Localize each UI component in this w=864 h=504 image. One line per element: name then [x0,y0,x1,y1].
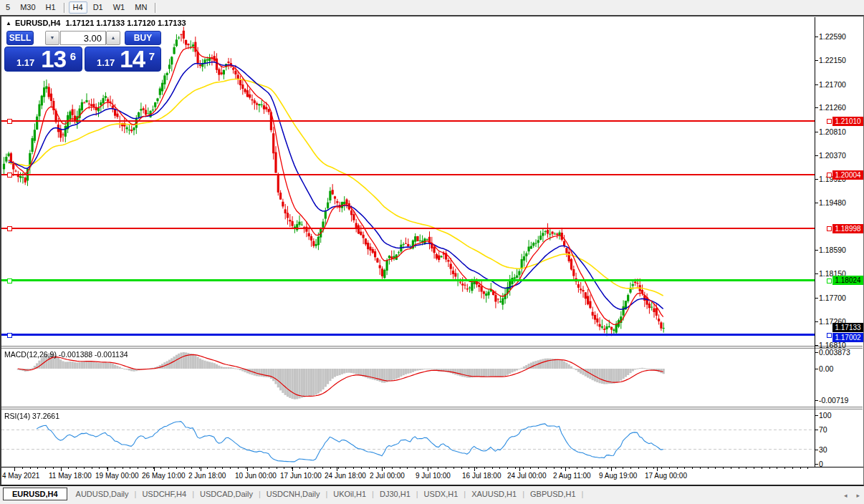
tab-usdcad-daily[interactable]: USDCAD,Daily [194,488,259,500]
chart-symbol: EURUSD,H4 [15,19,61,27]
tab-separator: | [582,488,584,500]
sell-button[interactable]: SELL [6,31,34,45]
tab-scroll-right-icon[interactable]: ▸ [856,492,860,499]
volume-decrease-button[interactable]: ▼ [45,31,59,45]
price-tick-mark [815,132,818,132]
horizontal-level-line-1.18998[interactable] [1,228,815,229]
price-tick-label: 1.18590 [819,246,846,254]
tab-scroll-left-icon[interactable]: ◂ [844,492,848,499]
horizontal-level-line-1.17002[interactable] [1,334,815,336]
line-anchor-marker[interactable] [7,278,12,284]
time-axis-label: 17 Aug 00:00 [645,472,687,480]
time-axis-label: 4 May 2021 [2,472,39,480]
pane-splitter-rsi[interactable] [1,407,863,410]
line-anchor-marker[interactable] [7,333,12,338]
macd-tick-label: 0.003873 [819,348,850,357]
macd-tick-mark [815,369,818,369]
line-axis-marker [827,333,832,338]
time-axis-label: 19 May 00:00 [95,472,139,480]
time-axis-label: 9 Jul 10:00 [416,472,451,480]
macd-label: MACD(12,26,9) -0.001388 -0.001134 [4,350,128,359]
sell-price-pips: 13 [41,46,66,73]
rsi-tick-mark [815,450,818,450]
chart-ohlc-quotes: 1.17121 1.17133 1.17120 1.17133 [66,19,186,27]
macd-tick-label: -0.00719 [819,396,848,404]
timeframe-button-H4[interactable]: H4 [69,1,87,14]
rsi-tick-label: 100 [819,411,832,420]
price-tick-mark [815,345,818,346]
price-tick-mark [815,107,818,108]
tab-eurusd-h4[interactable]: EURUSD,H4 [3,488,67,500]
tab-ukoil-h1[interactable]: UKOil,H1 [327,488,372,500]
price-tick-label: 1.22590 [819,32,846,41]
level-price-label-1.20004: 1.20004 [832,170,863,180]
horizontal-level-line-1.21010[interactable] [1,120,815,122]
macd-tick-mark [815,352,818,353]
price-tick-mark [815,84,818,85]
timeframe-button-5[interactable]: 5 [1,1,14,14]
price-tick-label: 1.20370 [819,151,846,160]
line-axis-marker [827,278,832,284]
timeframe-button-H1[interactable]: H1 [42,1,60,14]
time-axis-label: 24 Jun 18:00 [325,472,366,480]
tab-usdchf-h4[interactable]: USDCHF,H4 [136,488,192,500]
bid-price-label: 1.17133 [832,323,863,332]
tab-usdx-h1[interactable]: USDX,H1 [418,488,464,500]
tab-usdcnh-daily[interactable]: USDCNH,Daily [261,488,326,500]
timeframe-button-D1[interactable]: D1 [89,1,107,14]
chart-title: ▲EURUSD,H41.17121 1.17133 1.17120 1.1713… [6,19,186,27]
line-anchor-marker[interactable] [7,119,12,124]
level-price-label-1.18024: 1.18024 [832,276,863,285]
pane-splitter-macd[interactable] [1,346,863,349]
volume-input[interactable] [60,31,106,45]
price-tick-mark [815,155,818,156]
buy-button[interactable]: BUY [125,31,161,45]
buy-price-pips: 14 [120,46,145,73]
toolbar-separator [64,3,65,13]
sell-price-panel[interactable]: 1.17 13 6 [4,47,82,72]
tab-dj30-h1[interactable]: DJ30,H1 [374,488,416,500]
tab-gbpusd-h1[interactable]: GBPUSD,H1 [524,488,582,500]
line-anchor-marker[interactable] [7,173,12,178]
timeframe-button-M30[interactable]: M30 [16,1,39,14]
rsi-label: RSI(14) 37.2661 [4,412,59,420]
price-tick-mark [815,179,818,180]
sell-price-base: 1.17 [16,57,34,68]
tab-audusd-daily[interactable]: AUDUSD,Daily [70,488,135,500]
price-tick-label: 1.22150 [819,56,846,64]
rsi-tick-mark [815,430,818,430]
rsi-indicator-canvas[interactable] [1,410,815,467]
level-price-label-1.21010: 1.21010 [832,117,863,126]
timeframe-button-W1[interactable]: W1 [109,1,130,14]
mt4-terminal: 5M30H1H4D1W1MN ▲EURUSD,H41.17121 1.17133… [0,0,864,504]
collapse-triangle-icon[interactable]: ▲ [6,20,11,26]
time-axis-label: 11 May 18:00 [49,472,92,480]
spinner-up-icon: ▲ [111,35,116,40]
level-price-label-1.18998: 1.18998 [832,224,863,233]
price-tick-mark [815,273,818,274]
timeframe-button-MN[interactable]: MN [130,1,151,14]
level-price-label-1.17002: 1.17002 [832,333,863,342]
tab-xauusd-h1[interactable]: XAUUSD,H1 [466,488,522,500]
time-axis-label: 24 Jul 00:00 [507,472,547,480]
spinner-down-icon: ▼ [50,35,55,40]
time-axis-label: 2 Jul 00:00 [370,472,405,480]
time-axis-label: 2 Aug 11:00 [553,472,591,480]
price-tick-mark [815,298,818,299]
line-anchor-marker[interactable] [7,226,12,231]
timeframe-toolbar: 5M30H1H4D1W1MN [0,0,864,15]
horizontal-level-line-1.20004[interactable] [1,174,815,175]
price-tick-mark [815,321,818,322]
rsi-tick-label: 70 [819,425,827,434]
buy-price-panel[interactable]: 1.17 14 7 [85,47,161,72]
price-tick-mark [815,250,818,251]
horizontal-level-line-1.18024[interactable] [1,279,815,281]
volume-increase-button[interactable]: ▲ [106,31,120,45]
tab-scroll-arrows: ◂ ▸ [844,492,860,499]
price-tick-label: 1.21700 [819,80,846,89]
macd-tick-mark [815,400,818,401]
price-tick-mark [815,37,818,37]
rsi-tick-mark [815,464,818,465]
buy-price-point: 7 [149,50,155,62]
symbol-tabbar: EURUSD,H4AUDUSD,Daily|USDCHF,H4|USDCAD,D… [0,486,864,504]
